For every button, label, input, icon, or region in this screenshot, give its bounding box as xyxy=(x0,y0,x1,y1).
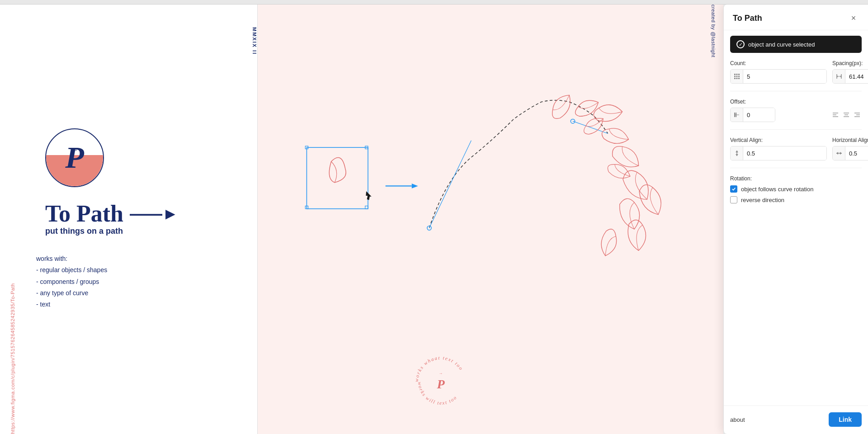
vertical-align-field: Vertical Align: xyxy=(730,137,827,160)
svg-marker-45 xyxy=(736,151,738,152)
canvas-area: works whaat text too works will text too… xyxy=(258,5,723,434)
svg-rect-19 xyxy=(734,76,736,77)
title-arrow-icon: ——► xyxy=(130,205,179,223)
count-label: Count: xyxy=(730,60,827,66)
divider-1 xyxy=(730,91,862,91)
panel-title: To Path xyxy=(733,14,762,23)
svg-text:→: → xyxy=(439,371,443,376)
vertical-align-icon xyxy=(731,146,743,160)
divider-3 xyxy=(730,168,862,168)
horizontal-align-input-wrap xyxy=(832,146,868,160)
svg-rect-18 xyxy=(738,74,740,75)
title-text: To Path xyxy=(45,201,123,226)
align-left-icon[interactable] xyxy=(831,110,840,119)
count-input[interactable] xyxy=(743,70,826,83)
left-panel: https://www.figma.com/c/plugin/751576264… xyxy=(0,5,258,434)
reverse-direction-checkbox[interactable] xyxy=(730,196,737,203)
close-button[interactable]: × xyxy=(848,13,859,24)
vertical-align-label: Vertical Align: xyxy=(730,137,827,143)
title-area: To Path ——► put things on a path xyxy=(45,201,179,249)
svg-rect-4 xyxy=(365,206,368,209)
svg-rect-24 xyxy=(738,78,740,79)
count-group: Count: xyxy=(730,60,827,84)
logo-letter: P xyxy=(65,140,84,175)
count-spacing-row: Count: xyxy=(730,60,862,84)
logo-circle: → P xyxy=(45,128,104,187)
svg-marker-7 xyxy=(412,184,418,189)
horizontal-align-input[interactable] xyxy=(845,146,868,160)
checkbox-row-1: object follows curve rotation xyxy=(730,185,862,193)
status-text: object and curve selected xyxy=(748,41,815,48)
align-center-icon[interactable] xyxy=(842,110,851,119)
svg-rect-20 xyxy=(736,76,737,77)
panel-header: To Path × xyxy=(724,5,868,30)
plugin-title: To Path ——► xyxy=(45,201,179,226)
align-icons xyxy=(831,110,862,119)
status-check-icon: ✓ xyxy=(736,40,745,48)
works-with: works with: - regular objects / shapes -… xyxy=(36,253,107,310)
checkbox-row-2: reverse direction xyxy=(730,196,862,203)
count-input-wrap xyxy=(730,69,827,84)
align-right-icon[interactable] xyxy=(853,110,862,119)
spacing-icon xyxy=(833,69,845,84)
svg-text:P: P xyxy=(436,377,445,391)
svg-rect-21 xyxy=(738,76,740,77)
align-row: Vertical Align: Hori xyxy=(730,137,862,160)
horizontal-align-field: Horizontal Align xyxy=(832,137,868,160)
svg-rect-22 xyxy=(734,78,736,79)
url-sidebar: https://www.figma.com/c/plugin/751576264… xyxy=(10,5,15,434)
svg-rect-16 xyxy=(734,74,736,75)
rotation-section: Rotation: object follows curve rotation … xyxy=(730,175,862,203)
svg-rect-23 xyxy=(736,78,737,79)
svg-marker-5 xyxy=(366,191,371,200)
svg-line-8 xyxy=(429,141,471,228)
spacing-input-wrap xyxy=(832,69,868,84)
offset-label: Offset: xyxy=(730,99,862,105)
works-item-3: - any type of curve xyxy=(36,288,107,299)
offset-input-row xyxy=(730,108,862,122)
svg-marker-49 xyxy=(840,152,842,155)
reverse-direction-label: reverse direction xyxy=(741,197,784,203)
created-by: created by @lastnight xyxy=(711,5,716,434)
about-link[interactable]: about xyxy=(730,416,745,423)
horizontal-align-label: Horizontal Align xyxy=(832,137,868,143)
svg-point-9 xyxy=(427,226,431,230)
link-button[interactable]: Link xyxy=(829,412,862,427)
status-bar: ✓ object and curve selected xyxy=(730,36,862,53)
svg-marker-48 xyxy=(836,152,838,155)
offset-icon xyxy=(731,108,743,122)
offset-input-wrap xyxy=(730,108,775,122)
offset-row: Offset: xyxy=(730,99,862,122)
spacing-input[interactable] xyxy=(845,70,868,83)
rotation-label: Rotation: xyxy=(730,175,862,182)
works-item-4: - text xyxy=(36,299,107,310)
canvas-svg xyxy=(258,5,723,434)
mmxix-label: MMXIX II xyxy=(244,27,257,55)
logo-arrow-small: → xyxy=(72,146,77,153)
works-with-title: works with: xyxy=(36,253,107,264)
svg-rect-17 xyxy=(736,74,737,75)
follows-rotation-checkbox[interactable] xyxy=(730,185,737,193)
follows-rotation-label: object follows curve rotation xyxy=(741,186,813,193)
spacing-label: Spacing(px): xyxy=(832,60,868,66)
vertical-align-input[interactable] xyxy=(743,146,826,160)
subtitle: put things on a path xyxy=(45,226,179,236)
top-bar xyxy=(0,0,868,5)
svg-marker-46 xyxy=(736,154,738,156)
svg-rect-0 xyxy=(307,147,368,209)
plugin-panel: To Path × ✓ object and curve selected Co… xyxy=(723,5,868,434)
panel-footer: about Link xyxy=(724,406,868,434)
offset-input[interactable] xyxy=(743,108,775,122)
panel-content: Count: xyxy=(724,53,868,406)
count-icon xyxy=(731,69,743,84)
circular-logo: works whaat text too works will text too… xyxy=(411,353,470,411)
works-item-1: - regular objects / shapes xyxy=(36,264,107,276)
horizontal-align-icon xyxy=(833,146,845,160)
spacing-group: Spacing(px): xyxy=(832,60,868,84)
divider-2 xyxy=(730,129,862,130)
works-item-2: - components / groups xyxy=(36,276,107,288)
vertical-align-input-wrap xyxy=(730,146,827,160)
main-area: https://www.figma.com/c/plugin/751576264… xyxy=(0,5,868,434)
